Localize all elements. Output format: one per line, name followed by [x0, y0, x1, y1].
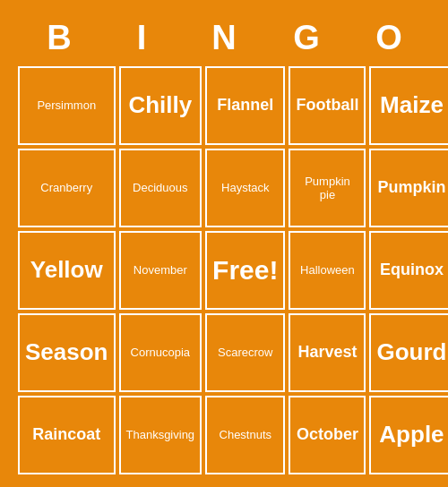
bingo-cell[interactable]: Raincoat [18, 396, 116, 474]
header-letter: O [348, 13, 430, 63]
bingo-cell[interactable]: Maize [369, 66, 448, 145]
bingo-cell[interactable]: Thanksgiving [119, 396, 202, 474]
bingo-cell[interactable]: Equinox [369, 231, 448, 310]
bingo-cell[interactable]: Season [18, 313, 116, 392]
header-letter: G [265, 13, 348, 63]
header-letter: I [100, 13, 183, 63]
bingo-header: BINGO [18, 13, 430, 63]
header-letter: B [18, 13, 100, 63]
bingo-cell[interactable]: October [289, 396, 366, 474]
bingo-cell[interactable]: Harvest [289, 313, 366, 392]
bingo-cell[interactable]: Persimmon [18, 66, 116, 145]
bingo-cell[interactable]: Cornucopia [119, 313, 202, 392]
bingo-cell[interactable]: Flannel [205, 66, 285, 145]
bingo-cell[interactable]: Pumpkin [369, 149, 448, 227]
bingo-cell[interactable]: Pumpkin pie [289, 149, 366, 227]
bingo-cell[interactable]: Deciduous [119, 149, 202, 227]
bingo-cell[interactable]: Yellow [18, 231, 116, 310]
bingo-cell[interactable]: Football [289, 66, 366, 145]
bingo-cell[interactable]: November [119, 231, 202, 310]
bingo-cell[interactable]: Cranberry [18, 149, 116, 227]
bingo-cell[interactable]: Gourd [369, 313, 448, 392]
bingo-card: BINGO PersimmonChillyFlannelFootballMaiz… [9, 4, 439, 483]
bingo-cell[interactable]: Haystack [205, 149, 285, 227]
header-letter: N [183, 13, 265, 63]
bingo-cell[interactable]: Apple [369, 396, 448, 474]
bingo-grid: PersimmonChillyFlannelFootballMaizeCranb… [18, 66, 430, 474]
bingo-cell[interactable]: Free! [205, 231, 285, 310]
bingo-cell[interactable]: Chestnuts [205, 396, 285, 474]
bingo-cell[interactable]: Chilly [119, 66, 202, 145]
bingo-cell[interactable]: Halloween [289, 231, 366, 310]
bingo-cell[interactable]: Scarecrow [205, 313, 285, 392]
